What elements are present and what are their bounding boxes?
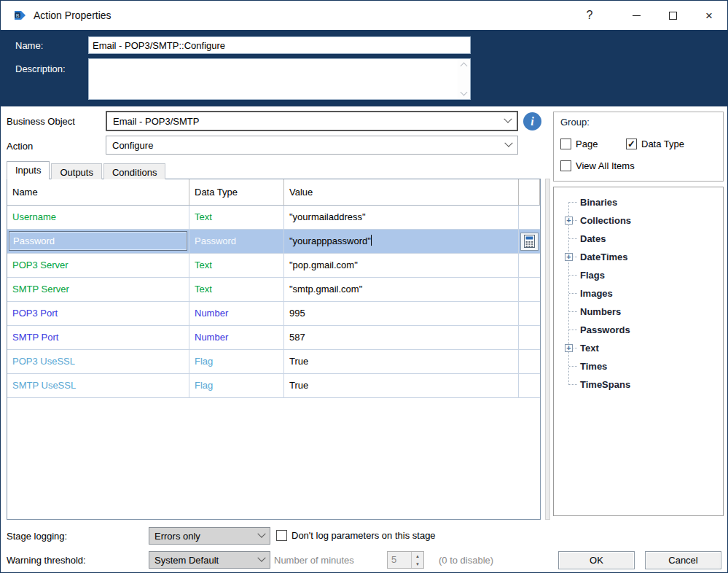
param-value[interactable]: "yourmailaddress": [284, 206, 519, 229]
tree-item-collections[interactable]: +Collections: [554, 211, 723, 230]
window-title: Action Properties: [34, 9, 111, 21]
param-type: Text: [189, 206, 284, 229]
inputs-grid: Name Data Type Value Username Text "your…: [7, 179, 541, 520]
expression-editor-button[interactable]: [520, 233, 539, 251]
column-header-gutter: [519, 179, 540, 205]
svg-text:B: B: [16, 13, 20, 18]
tree-item-datetimes[interactable]: +DateTimes: [554, 248, 723, 266]
stage-logging-label: Stage logging:: [7, 531, 67, 542]
param-name: Username: [7, 206, 189, 229]
warning-threshold-dropdown[interactable]: System Default: [149, 551, 270, 569]
checkbox-checked-icon: ✓: [626, 139, 637, 149]
param-value[interactable]: 587: [284, 326, 519, 349]
column-header-value: Value: [284, 179, 519, 205]
tab-outputs[interactable]: Outputs: [51, 163, 102, 179]
panel-splitter[interactable]: [545, 179, 550, 520]
business-object-value: Email - POP3/SMTP: [113, 116, 199, 127]
param-type: Text: [189, 278, 284, 301]
group-panel: Group: Page ✓ Data Type View All Items: [553, 112, 724, 182]
description-label: Description:: [15, 63, 66, 74]
description-textarea[interactable]: [89, 59, 458, 99]
table-row[interactable]: POP3 UseSSL Flag True: [7, 350, 540, 374]
param-type: Flag: [189, 350, 284, 373]
param-value[interactable]: "smtp.gmail.com": [284, 278, 519, 301]
spinner-up-icon[interactable]: ▲: [412, 552, 423, 560]
ok-button[interactable]: OK: [558, 551, 635, 569]
table-row[interactable]: POP3 Server Text "pop.gmail.com": [7, 254, 540, 278]
name-input[interactable]: [88, 36, 471, 54]
chevron-down-icon: [504, 139, 512, 147]
action-properties-dialog: B Action Properties ? × Name: Descriptio…: [0, 0, 728, 573]
checkbox-view-all-items[interactable]: View All Items: [560, 160, 635, 171]
tree-item-dates[interactable]: Dates: [554, 230, 723, 248]
minimize-icon[interactable]: [618, 1, 654, 30]
table-row[interactable]: SMTP Server Text "smtp.gmail.com": [7, 278, 540, 302]
param-value[interactable]: True: [284, 374, 519, 397]
chevron-down-icon: [257, 530, 265, 538]
info-icon[interactable]: i: [523, 112, 541, 130]
checkbox-label: Page: [576, 139, 598, 149]
tree-item-passwords[interactable]: Passwords: [554, 321, 723, 339]
column-header-datatype: Data Type: [189, 179, 284, 205]
param-value[interactable]: "yourapppassword": [284, 230, 519, 253]
checkbox-dont-log-parameters[interactable]: Don't log parameters on this stage: [276, 530, 436, 541]
tree-item-text[interactable]: +Text: [554, 339, 723, 357]
header-panel: Name: Description:: [1, 30, 727, 106]
tree-item-timespans[interactable]: TimeSpans: [554, 375, 723, 394]
param-type: Flag: [189, 374, 284, 397]
param-type: Number: [189, 302, 284, 325]
number-of-minutes-label: Number of minutes: [274, 555, 354, 566]
param-value[interactable]: True: [284, 350, 519, 373]
data-type-tree: Binaries +Collections Dates +DateTimes F…: [554, 193, 723, 394]
param-name: SMTP Port: [7, 326, 189, 349]
table-row-selected[interactable]: Password Password "yourapppassword": [7, 230, 540, 254]
title-bar: B Action Properties ? ×: [1, 1, 727, 30]
column-header-name: Name: [7, 179, 189, 205]
spinner-down-icon[interactable]: ▼: [412, 560, 423, 568]
description-field-wrap: [88, 58, 471, 100]
tree-item-numbers[interactable]: Numbers: [554, 303, 723, 321]
table-row[interactable]: SMTP UseSSL Flag True: [7, 374, 540, 398]
tab-conditions[interactable]: Conditions: [103, 163, 165, 179]
scroll-up-icon[interactable]: [461, 63, 468, 70]
close-icon[interactable]: ×: [691, 1, 727, 30]
tree-item-binaries[interactable]: Binaries: [554, 193, 723, 211]
maximize-icon[interactable]: [654, 1, 691, 30]
tree-item-images[interactable]: Images: [554, 284, 723, 303]
minutes-value: 5: [388, 552, 411, 568]
description-scrollbar[interactable]: [458, 59, 470, 99]
business-object-label: Business Object: [7, 116, 75, 127]
group-title: Group:: [560, 117, 590, 128]
tab-inputs[interactable]: Inputs: [7, 161, 50, 179]
param-type: Password: [189, 230, 284, 253]
table-row[interactable]: POP3 Port Number 995: [7, 302, 540, 326]
stage-logging-value: Errors only: [154, 531, 200, 542]
checkbox-page[interactable]: Page: [560, 139, 598, 149]
help-icon[interactable]: ?: [571, 1, 608, 30]
cancel-button[interactable]: Cancel: [645, 551, 721, 569]
grid-header-row: Name Data Type Value: [7, 179, 540, 206]
action-dropdown[interactable]: Configure: [106, 136, 518, 155]
tree-item-times[interactable]: Times: [554, 357, 723, 375]
plus-icon[interactable]: +: [565, 217, 573, 225]
param-name-editor-cell[interactable]: Password: [7, 230, 189, 253]
stage-logging-dropdown[interactable]: Errors only: [149, 527, 270, 545]
scroll-down-icon[interactable]: [461, 89, 468, 96]
chevron-down-icon: [257, 554, 265, 562]
param-name: SMTP Server: [7, 278, 189, 301]
business-object-dropdown[interactable]: Email - POP3/SMTP: [106, 111, 518, 131]
param-value[interactable]: "pop.gmail.com": [284, 254, 519, 277]
param-type: Text: [189, 254, 284, 277]
blueprism-action-icon: B: [13, 9, 26, 22]
warning-threshold-value: System Default: [154, 555, 219, 566]
table-row[interactable]: Username Text "yourmailaddress": [7, 206, 540, 230]
plus-icon[interactable]: +: [565, 253, 573, 261]
checkbox-data-type[interactable]: ✓ Data Type: [626, 139, 684, 149]
param-name: SMTP UseSSL: [7, 374, 189, 397]
tree-item-flags[interactable]: Flags: [554, 266, 723, 284]
table-row[interactable]: SMTP Port Number 587: [7, 326, 540, 350]
warning-threshold-label: Warning threshold:: [7, 555, 86, 566]
plus-icon[interactable]: +: [565, 344, 573, 352]
param-value[interactable]: 995: [284, 302, 519, 325]
param-name-editbox[interactable]: Password: [9, 231, 187, 251]
